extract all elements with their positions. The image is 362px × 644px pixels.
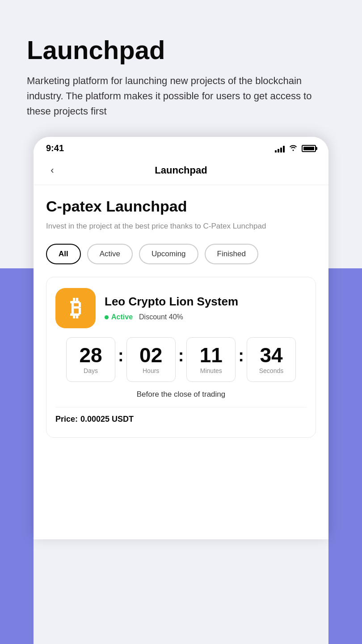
price-row: Price: 0.00025 USDT bbox=[55, 407, 307, 428]
countdown-seconds: 34 Seconds bbox=[247, 337, 296, 382]
bitcoin-icon: ₿ bbox=[70, 297, 81, 319]
main-content: C-patex Launchpad Invest in the project … bbox=[34, 185, 328, 438]
countdown-seconds-label: Seconds bbox=[259, 367, 283, 374]
price-value: 0.00025 USDT bbox=[80, 415, 134, 424]
wifi-icon bbox=[288, 144, 298, 153]
card-status-row: Active Discount 40% bbox=[105, 313, 307, 321]
signal-icon bbox=[275, 144, 285, 153]
bg-accent-left bbox=[0, 268, 34, 644]
countdown-sep-3: : bbox=[238, 346, 244, 373]
card-title: Leo Crypto Lion System bbox=[105, 295, 307, 309]
countdown-hours-label: Hours bbox=[143, 367, 159, 374]
countdown-timer: 28 Days : 02 Hours : 11 Minutes : 34 Sec… bbox=[55, 337, 307, 382]
status-active: Active bbox=[105, 313, 133, 321]
countdown-days-label: Days bbox=[84, 367, 98, 374]
countdown-minutes-value: 11 bbox=[200, 345, 223, 365]
status-dot-icon bbox=[105, 315, 109, 319]
phone-frame: 9:41 ‹ Launchpad C-patex bbox=[34, 137, 328, 539]
status-bar: 9:41 bbox=[34, 137, 328, 158]
battery-icon bbox=[302, 145, 316, 152]
page-subtext: Invest in the project at the best price … bbox=[46, 220, 316, 232]
filter-tabs: All Active Upcoming Finished bbox=[46, 244, 316, 264]
countdown-sep-2: : bbox=[178, 346, 184, 373]
countdown-minutes: 11 Minutes bbox=[186, 337, 236, 382]
status-label: Active bbox=[111, 313, 133, 321]
page-heading: C-patex Launchpad bbox=[46, 198, 316, 215]
tab-all[interactable]: All bbox=[46, 244, 81, 264]
bg-accent-right bbox=[328, 268, 362, 644]
card-info: Leo Crypto Lion System Active Discount 4… bbox=[105, 295, 307, 321]
back-button[interactable]: ‹ bbox=[44, 162, 60, 178]
crypto-logo: ₿ bbox=[55, 288, 96, 328]
countdown-description: Before the close of trading bbox=[55, 390, 307, 399]
countdown-seconds-value: 34 bbox=[260, 345, 282, 365]
status-time: 9:41 bbox=[46, 143, 64, 153]
nav-title: Launchpad bbox=[60, 165, 302, 176]
tab-active[interactable]: Active bbox=[87, 244, 133, 264]
outer-description: Marketing platform for launching new pro… bbox=[27, 73, 335, 119]
card-header: ₿ Leo Crypto Lion System Active Discount… bbox=[55, 288, 307, 328]
discount-badge: Discount 40% bbox=[139, 313, 183, 321]
countdown-hours-value: 02 bbox=[139, 345, 162, 365]
status-icons bbox=[275, 144, 316, 153]
countdown-sep-1: : bbox=[118, 346, 124, 373]
countdown-hours: 02 Hours bbox=[126, 337, 176, 382]
countdown-days: 28 Days bbox=[66, 337, 115, 382]
navigation-bar: ‹ Launchpad bbox=[34, 158, 328, 185]
countdown-minutes-label: Minutes bbox=[200, 367, 222, 374]
outer-header: Launchpad Marketing platform for launchi… bbox=[0, 0, 362, 137]
tab-finished[interactable]: Finished bbox=[205, 244, 258, 264]
outer-title: Launchpad bbox=[27, 36, 335, 64]
back-arrow-icon: ‹ bbox=[51, 165, 54, 176]
tab-upcoming[interactable]: Upcoming bbox=[139, 244, 198, 264]
price-label: Price: bbox=[55, 415, 78, 424]
countdown-days-value: 28 bbox=[79, 345, 102, 365]
project-card: ₿ Leo Crypto Lion System Active Discount… bbox=[46, 277, 316, 438]
